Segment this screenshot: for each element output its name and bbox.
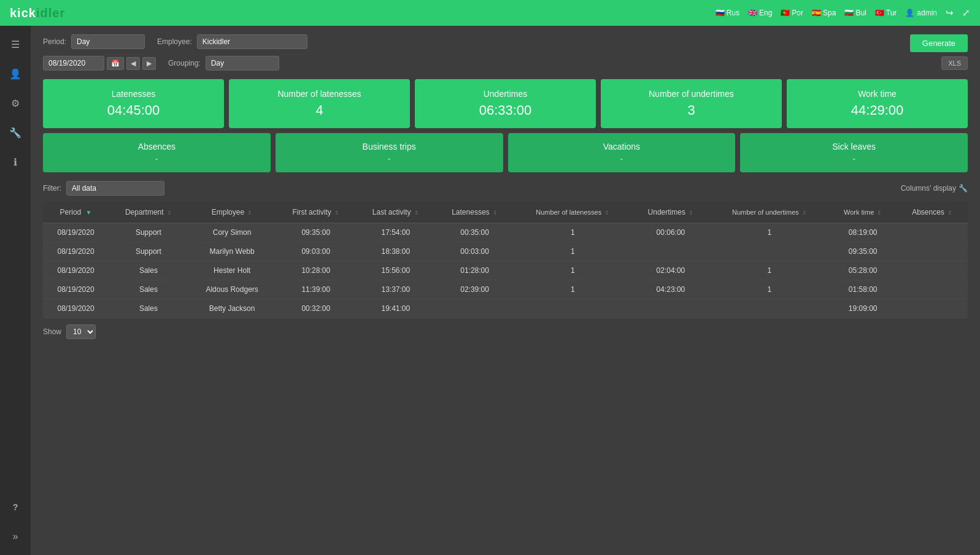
cell-lateness: 00:03:00 (436, 242, 514, 261)
employee-select[interactable]: Kickidler (197, 34, 307, 49)
col-employee[interactable]: Employee ⇕ (188, 202, 276, 223)
sidebar-item-settings[interactable]: ⚙ (3, 91, 28, 115)
cell-last: 18:38:00 (356, 242, 436, 261)
stat-latenesses: Latenesses 04:45:00 (43, 79, 224, 128)
stat-undertimes-label: Undertimes (421, 89, 590, 99)
sort-emp-icon: ⇕ (247, 210, 252, 216)
absences-row: Absences - Business trips - Vacations - … (43, 133, 968, 172)
wrench-icon: 🔧 (959, 184, 968, 193)
stat-latenesses-label: Latenesses (49, 89, 218, 99)
abs-sick-label: Sick leaves (746, 142, 962, 151)
absence-business: Business trips - (276, 133, 503, 172)
date-input[interactable] (43, 56, 104, 71)
sidebar-item-tools[interactable]: 🔧 (3, 120, 28, 145)
cell-absences (897, 261, 968, 280)
generate-button[interactable]: Generate (910, 34, 968, 52)
abs-sick-value: - (746, 154, 962, 164)
filter-select[interactable]: All data (66, 181, 164, 196)
lang-rus[interactable]: 🇷🇺 Rus (716, 9, 739, 17)
expand-icon[interactable]: ⤢ (962, 7, 970, 18)
sidebar-bottom: ? » (3, 495, 28, 549)
cell-employee: Hester Holt (188, 261, 276, 280)
show-select[interactable]: 10 (66, 324, 96, 339)
xls-button[interactable]: XLS (941, 56, 968, 70)
stat-num-latenesses: Number of latenesses 4 (229, 79, 410, 128)
cell-last: 17:54:00 (356, 223, 436, 242)
col-period[interactable]: Period ▼ (43, 202, 109, 223)
cell-period: 08/19/2020 (43, 261, 109, 280)
cell-num-under (710, 242, 829, 261)
filter-row: Filter: All data Columns' display 🔧 (43, 181, 968, 196)
lang-spa[interactable]: 🇪🇸 Spa (812, 9, 836, 17)
sidebar-item-help[interactable]: ? (3, 495, 28, 519)
employee-group: Employee: Kickidler (157, 34, 307, 49)
absence-vacations: Vacations - (508, 133, 736, 172)
stat-num-latenesses-value: 4 (235, 102, 404, 118)
grouping-group: Grouping: Day (168, 56, 279, 71)
cell-num-under: 1 (710, 280, 829, 299)
grouping-select[interactable]: Day (206, 56, 279, 71)
sidebar-item-expand[interactable]: » (3, 524, 28, 549)
col-undertimes[interactable]: Undertimes ⇕ (631, 202, 710, 223)
cell-worktime: 05:28:00 (829, 261, 897, 280)
sort-numlat-icon: ⇕ (604, 210, 609, 216)
next-date-button[interactable]: ▶ (142, 57, 156, 70)
table-row: 08/19/2020 Support Marilyn Webb 09:03:00… (43, 242, 968, 261)
stat-undertimes: Undertimes 06:33:00 (415, 79, 596, 128)
col-last-activity[interactable]: Last activity ⇕ (356, 202, 436, 223)
cell-undertime: 00:06:00 (631, 223, 710, 242)
table-row: 08/19/2020 Sales Hester Holt 10:28:00 15… (43, 261, 968, 280)
sort-work-icon: ⇕ (877, 210, 882, 216)
col-latenesses[interactable]: Latenesses ⇕ (436, 202, 514, 223)
sidebar-item-users[interactable]: 👤 (3, 61, 28, 86)
admin-menu[interactable]: 👤 admin (905, 9, 937, 17)
cell-first: 00:32:00 (276, 299, 357, 318)
show-label: Show (43, 327, 61, 336)
cell-absences (897, 242, 968, 261)
cell-lateness: 00:35:00 (436, 223, 514, 242)
sidebar: ☰ 👤 ⚙ 🔧 ℹ ? » (0, 26, 31, 555)
cell-worktime: 01:58:00 (829, 280, 897, 299)
abs-absences-value: - (49, 154, 264, 164)
col-num-undertimes[interactable]: Number of undertimes ⇕ (710, 202, 829, 223)
table-row: 08/19/2020 Sales Betty Jackson 00:32:00 … (43, 299, 968, 318)
absence-sick: Sick leaves - (740, 133, 968, 172)
lang-por[interactable]: 🇵🇹 Por (781, 9, 803, 17)
col-department[interactable]: Department ⇕ (109, 202, 188, 223)
period-label: Period: (43, 37, 66, 46)
brand-logo: kickidler (10, 6, 65, 20)
stat-undertimes-value: 06:33:00 (421, 102, 590, 118)
sort-first-icon: ⇕ (334, 210, 339, 216)
calendar-button[interactable]: 📅 (107, 57, 124, 70)
cell-period: 08/19/2020 (43, 242, 109, 261)
logout-icon[interactable]: ↪ (946, 7, 954, 18)
absence-absences: Absences - (43, 133, 271, 172)
cell-lateness: 02:39:00 (436, 280, 514, 299)
stat-latenesses-value: 04:45:00 (49, 102, 218, 118)
cell-num-late: 1 (514, 242, 631, 261)
stat-worktime-label: Work time (793, 89, 962, 99)
lang-eng[interactable]: 🇬🇧 Eng (748, 9, 772, 17)
lang-tur[interactable]: 🇹🇷 Tur (875, 9, 897, 17)
grouping-label: Grouping: (168, 59, 201, 67)
col-first-activity[interactable]: First activity ⇕ (276, 202, 357, 223)
cell-department: Sales (109, 280, 188, 299)
col-num-latenesses[interactable]: Number of latenesses ⇕ (514, 202, 631, 223)
cell-num-under: 1 (710, 261, 829, 280)
sidebar-item-info[interactable]: ℹ (3, 150, 28, 174)
col-absences[interactable]: Absences ⇕ (897, 202, 968, 223)
navbar: kickidler 🇷🇺 Rus 🇬🇧 Eng 🇵🇹 Por 🇪🇸 Spa 🇧🇬… (0, 0, 980, 26)
period-select[interactable]: Day (71, 34, 145, 49)
sidebar-item-menu[interactable]: ☰ (3, 32, 28, 56)
cell-department: Sales (109, 261, 188, 280)
main-content: Period: Day Employee: Kickidler Generate (31, 26, 980, 555)
columns-display-button[interactable]: Columns' display 🔧 (901, 184, 968, 193)
cell-undertime (631, 242, 710, 261)
cell-worktime: 19:09:00 (829, 299, 897, 318)
col-worktime[interactable]: Work time ⇕ (829, 202, 897, 223)
sort-period-icon: ▼ (86, 209, 92, 216)
cell-first: 10:28:00 (276, 261, 357, 280)
prev-date-button[interactable]: ◀ (126, 57, 140, 70)
cell-absences (897, 299, 968, 318)
lang-bul[interactable]: 🇧🇬 Bul (844, 9, 866, 17)
